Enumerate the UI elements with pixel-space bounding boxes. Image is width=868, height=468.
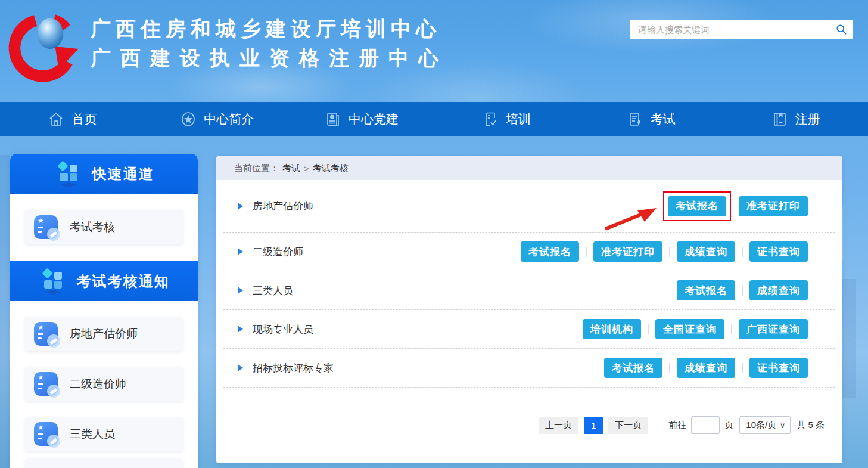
category-label[interactable]: 三类人员 — [253, 284, 293, 297]
triangle-bullet-icon — [238, 326, 243, 333]
search-icon[interactable] — [835, 23, 847, 35]
sidebar-item-exam-assessment[interactable]: ★ 考试考核 — [24, 210, 183, 244]
page-size-select[interactable]: 10条/页 ∨ — [739, 416, 791, 434]
sidebar-item-three-types-personnel[interactable]: ★ 三类人员 — [24, 417, 183, 451]
category-label[interactable]: 二级造价师 — [253, 245, 303, 259]
nav-item-party[interactable]: 中心党建 — [290, 102, 434, 136]
cubes-icon — [39, 267, 67, 296]
sidebar-section-exam-notices: 考试考核通知 — [10, 261, 198, 301]
site-title-line2: 广西建设执业资格注册中心 — [91, 44, 448, 73]
national-cert-query-button[interactable]: 全国证查询 — [655, 319, 724, 339]
page-unit-label: 页 — [724, 420, 733, 431]
nav-item-training[interactable]: 培训 — [434, 102, 578, 136]
exam-category-row-bid-evaluation-expert: 招标投标评标专家 考试报名 成绩查询 证书查询 — [223, 349, 835, 388]
category-label[interactable]: 现场专业人员 — [253, 323, 313, 336]
sidebar-item-label: 二级造价师 — [70, 376, 126, 392]
sidebar-section-title: 考试考核通知 — [77, 272, 170, 291]
nav-item-label: 注册 — [795, 111, 820, 128]
score-query-button[interactable]: 成绩查询 — [749, 280, 808, 300]
main-content-panel: 当前位置： 考试 > 考试考核 房地产估价师 考试报名 准考证打印 二级造价师 … — [216, 156, 842, 463]
home-icon — [48, 111, 64, 128]
sidebar-item-label: 三类人员 — [70, 426, 115, 442]
certificate-query-button[interactable]: 证书查询 — [749, 241, 808, 262]
exam-category-row-three-types: 三类人员 考试报名 成绩查询 — [223, 271, 835, 310]
exam-doc-icon — [627, 111, 643, 128]
button-divider — [669, 247, 670, 257]
search-box — [630, 20, 853, 39]
breadcrumb-current: 考试考核 — [313, 163, 349, 174]
admission-ticket-print-button[interactable]: 准考证打印 — [593, 241, 662, 262]
goto-page-label: 前往 — [668, 420, 686, 431]
button-divider — [648, 324, 649, 334]
sidebar-section-quick-channel: 快速通道 — [10, 154, 198, 194]
admission-ticket-print-button[interactable]: 准考证打印 — [739, 196, 808, 216]
chevron-down-icon: ∨ — [780, 421, 786, 430]
nav-item-label: 首页 — [71, 111, 97, 128]
background-cityscape-left — [0, 155, 10, 468]
site-logo-icon — [5, 10, 85, 86]
prev-page-button[interactable]: 上一页 — [539, 417, 578, 434]
training-doc-icon — [482, 111, 499, 128]
sidebar-item-label: 房地产估价师 — [70, 326, 138, 342]
page-size-value: 10条/页 — [746, 420, 776, 431]
goto-page-input[interactable] — [691, 416, 720, 434]
highlight-red-box: 考试报名 — [663, 191, 731, 221]
nav-item-label: 中心党建 — [349, 111, 399, 128]
button-divider — [586, 247, 587, 257]
exam-registration-button[interactable]: 考试报名 — [677, 280, 735, 300]
exam-registration-button[interactable]: 考试报名 — [668, 196, 726, 216]
sidebar-item-second-level-cost-engineer[interactable]: ★ 二级造价师 — [24, 367, 183, 401]
button-divider — [731, 324, 732, 334]
breadcrumb-separator: > — [304, 163, 309, 173]
triangle-bullet-icon — [238, 287, 243, 294]
button-divider — [742, 363, 743, 373]
triangle-bullet-icon — [238, 203, 243, 210]
sidebar-item-partial — [24, 458, 183, 468]
sidebar-item-label: 考试考核 — [70, 219, 115, 235]
main-nav: 首页 中心简介 中心党建 培训 考试 — [0, 102, 868, 136]
current-page-button[interactable]: 1 — [584, 417, 603, 434]
sidebar-section-title: 快速通道 — [92, 165, 154, 184]
breadcrumb-prefix: 当前位置： — [234, 163, 279, 174]
site-title-block: 广西住房和城乡建设厅培训中心 广西建设执业资格注册中心 — [91, 14, 448, 73]
party-doc-icon — [325, 111, 341, 128]
nav-item-about[interactable]: 中心简介 — [145, 102, 290, 136]
search-input[interactable] — [638, 24, 835, 35]
nav-item-label: 培训 — [506, 111, 531, 128]
red-pointer-arrow — [602, 205, 659, 231]
exam-doc-badge-icon: ★ — [34, 372, 58, 396]
exam-doc-badge-icon: ★ — [34, 322, 58, 346]
exam-registration-button[interactable]: 考试报名 — [521, 241, 579, 262]
breadcrumb-parent[interactable]: 考试 — [282, 163, 300, 174]
nav-item-label: 考试 — [651, 111, 676, 128]
nav-item-exam[interactable]: 考试 — [578, 102, 723, 136]
cubes-icon — [54, 160, 83, 188]
pagination: 上一页 1 下一页 前往 页 10条/页 ∨ 共 5 条 — [216, 388, 842, 434]
sidebar-item-real-estate-appraiser[interactable]: ★ 房地产估价师 — [24, 317, 183, 351]
score-query-button[interactable]: 成绩查询 — [677, 241, 735, 262]
button-divider — [669, 363, 670, 373]
register-book-icon — [771, 111, 788, 128]
exam-doc-badge-icon: ★ — [34, 215, 58, 239]
star-circle-icon — [180, 111, 197, 128]
category-label[interactable]: 招标投标评标专家 — [253, 361, 334, 375]
exam-registration-button[interactable]: 考试报名 — [604, 358, 662, 378]
nav-item-register[interactable]: 注册 — [723, 102, 868, 136]
triangle-bullet-icon — [238, 248, 243, 255]
nav-item-label: 中心简介 — [204, 111, 254, 128]
certificate-query-button[interactable]: 证书查询 — [749, 358, 808, 378]
button-divider — [742, 247, 743, 257]
nav-item-home[interactable]: 首页 — [0, 102, 145, 136]
total-count-label: 共 5 条 — [797, 420, 825, 431]
triangle-bullet-icon — [238, 364, 243, 371]
exam-category-row-cost-engineer: 二级造价师 考试报名 准考证打印 成绩查询 证书查询 — [223, 233, 835, 271]
training-institution-button[interactable]: 培训机构 — [583, 319, 641, 339]
exam-category-row-site-professional: 现场专业人员 培训机构 全国证查询 广西证查询 — [223, 310, 835, 349]
sidebar: 快速通道 ★ 考试考核 考试考核通知 ★ 房地产估价师 ★ 二级造价师 — [10, 154, 198, 468]
guangxi-cert-query-button[interactable]: 广西证查询 — [739, 319, 808, 339]
exam-doc-badge-icon: ★ — [34, 422, 58, 446]
exam-category-row-real-estate-appraiser: 房地产估价师 考试报名 准考证打印 — [223, 180, 835, 233]
score-query-button[interactable]: 成绩查询 — [677, 358, 735, 378]
category-label[interactable]: 房地产估价师 — [253, 199, 313, 213]
next-page-button[interactable]: 下一页 — [608, 417, 648, 434]
